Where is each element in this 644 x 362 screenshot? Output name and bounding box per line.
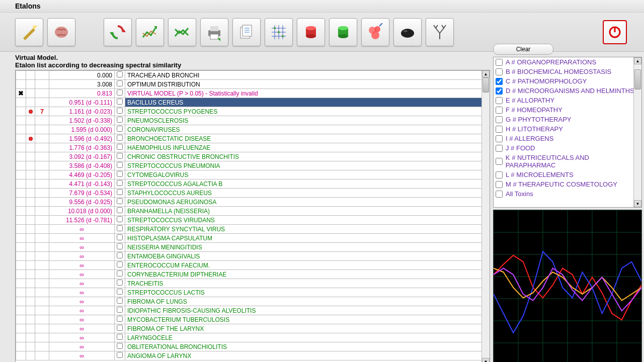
- category-checkbox[interactable]: [496, 78, 503, 85]
- table-row[interactable]: ✖0.813VIRTUAL MODEL (P > 0.05) - Statist…: [16, 89, 490, 98]
- row-checkbox[interactable]: [117, 307, 123, 313]
- category-item[interactable]: J # FOOD: [494, 143, 641, 153]
- category-checkbox[interactable]: [496, 158, 503, 165]
- category-item[interactable]: I # ALLERGENS: [494, 134, 641, 143]
- close-button[interactable]: [603, 20, 627, 44]
- table-row[interactable]: 1.596 (d -0.492)BRONCHOECTATIC DISEASE: [16, 134, 490, 143]
- red-cylinder-button[interactable]: [297, 18, 325, 46]
- row-checkbox[interactable]: [117, 89, 123, 96]
- row-checkbox[interactable]: [117, 234, 123, 240]
- row-checkbox[interactable]: [117, 135, 123, 141]
- table-row[interactable]: ∞TRACHEITIS: [16, 279, 490, 288]
- row-checkbox[interactable]: [117, 144, 123, 150]
- table-row[interactable]: 1.776 (d -0.363)HAEMOPHILUS INFLUENZAE: [16, 143, 490, 152]
- row-checkbox[interactable]: [117, 289, 123, 295]
- brain-button[interactable]: [47, 18, 75, 46]
- etalon-table[interactable]: 0.000TRACHEA AND BRONCHI3.008OPTIMUM DIS…: [16, 70, 490, 360]
- category-checkbox[interactable]: [496, 87, 503, 95]
- row-checkbox[interactable]: [117, 280, 123, 286]
- row-checkbox[interactable]: [117, 207, 123, 213]
- row-checkbox[interactable]: [117, 225, 123, 231]
- stone-button[interactable]: [393, 18, 422, 46]
- category-checkbox[interactable]: [496, 97, 503, 104]
- clear-button[interactable]: Clear: [493, 44, 553, 55]
- table-row[interactable]: 0.951 (d -0.111)BACILLUS CEREUS: [16, 98, 490, 107]
- category-item[interactable]: M # THERAPEUTIC COSMETOLOGY: [494, 179, 641, 189]
- cycle-button[interactable]: [104, 18, 132, 46]
- table-row[interactable]: ∞MYCOBACTERIUM TUBERCULOSIS: [16, 315, 490, 324]
- grid-button[interactable]: [265, 18, 293, 46]
- row-checkbox[interactable]: [117, 180, 123, 186]
- table-row[interactable]: ∞NEISSERIA MENINGITIDIS: [16, 243, 490, 252]
- row-checkbox[interactable]: [117, 153, 123, 159]
- category-item[interactable]: A # ORGANOPREPARATIONS: [494, 57, 641, 67]
- table-row[interactable]: ∞CORYNEBACTERIUM DIPTHERIAE: [16, 270, 490, 279]
- table-row[interactable]: 1.502 (d -0.338)PNEUMOSCLEROSIS: [16, 116, 490, 125]
- table-row[interactable]: ∞STREPTOCOCCUS LACTIS: [16, 288, 490, 297]
- table-row[interactable]: 1.595 (d 0.000)CORONAVIRUSES: [16, 125, 490, 134]
- scroll-down-arrow[interactable]: ▼: [482, 358, 490, 362]
- row-checkbox[interactable]: [117, 216, 123, 222]
- cat-scroll-thumb[interactable]: [634, 69, 641, 89]
- row-checkbox[interactable]: [117, 343, 123, 349]
- table-row[interactable]: ∞RESPIRATORY SYNCYTIAL VIRUS: [16, 225, 490, 234]
- category-item[interactable]: D # MICROORGANISMS AND HELMINTHS: [494, 86, 641, 96]
- scroll-up-arrow[interactable]: ▲: [482, 70, 490, 77]
- row-checkbox[interactable]: [117, 71, 123, 77]
- table-row[interactable]: 11.526 (d -0.781)STREPTOCOCCUS VIRUDANS: [16, 216, 490, 225]
- category-checkbox[interactable]: [496, 171, 503, 178]
- category-item[interactable]: G # PHYTOTHERAPY: [494, 115, 641, 124]
- table-row[interactable]: ∞FIBROMA OF LUNGS: [16, 297, 490, 306]
- row-checkbox[interactable]: [117, 261, 123, 267]
- row-checkbox[interactable]: [117, 243, 123, 249]
- category-item[interactable]: H # LITOTHERAPY: [494, 124, 641, 134]
- category-checkbox[interactable]: [496, 126, 503, 133]
- green-cylinder-button[interactable]: [329, 18, 357, 46]
- category-item[interactable]: C # PATHOMORPHOLOGY: [494, 76, 641, 86]
- category-item[interactable]: B # BIOCHEMICAL HOMEOSTASIS: [494, 67, 641, 76]
- table-row[interactable]: 0.000TRACHEA AND BRONCHI: [16, 71, 490, 80]
- category-item[interactable]: K # NUTRICEUTICALS AND PARAPHARMAC: [494, 153, 641, 170]
- table-row[interactable]: 9.556 (d -0.925)PSEUDOMONAS AERUGINOSA: [16, 198, 490, 207]
- category-scrollbar[interactable]: ▲ ▼: [633, 57, 641, 207]
- table-row[interactable]: ∞ENTAMOEBA GINGIVALIS: [16, 252, 490, 261]
- category-checkbox[interactable]: [496, 107, 503, 114]
- category-checkbox[interactable]: [496, 181, 503, 188]
- pages-button[interactable]: [232, 18, 261, 46]
- category-item[interactable]: E # ALLOPATHY: [494, 96, 641, 105]
- cat-scroll-down[interactable]: ▼: [634, 200, 641, 207]
- row-checkbox[interactable]: [117, 252, 123, 258]
- table-row[interactable]: ∞IDIOPATHIC FIBROSIS-CAUSING ALVEOLITIS: [16, 306, 490, 315]
- row-checkbox[interactable]: [117, 108, 123, 114]
- table-row[interactable]: 4.469 (d -0.205)CYTOMEGALOVIRUS: [16, 170, 490, 179]
- table-scrollbar[interactable]: ▲ ▼: [481, 70, 490, 362]
- table-row[interactable]: ∞HISTOPLASMA CAPSULATUM: [16, 234, 490, 243]
- table-row[interactable]: ∞OBLITERATIONAL BRONCHIOLITIS: [16, 342, 490, 351]
- row-checkbox[interactable]: [117, 352, 123, 358]
- table-row[interactable]: ∞ENTEROCOCCUM FAECIUM.: [16, 261, 490, 270]
- cat-scroll-up[interactable]: ▲: [634, 57, 641, 64]
- row-checkbox[interactable]: [117, 334, 123, 340]
- row-checkbox[interactable]: [117, 325, 123, 331]
- table-row[interactable]: 3.586 (d -0.408)STREPTOCOCCUS PNEUMONIA: [16, 161, 490, 170]
- printer-button[interactable]: [200, 18, 228, 46]
- cells-button[interactable]: [361, 18, 389, 46]
- row-checkbox[interactable]: [117, 117, 123, 123]
- row-checkbox[interactable]: [117, 270, 123, 277]
- table-row[interactable]: 7.679 (d -0.534)STAPHYLOCOCCUS AUREUS: [16, 189, 490, 198]
- category-checkbox[interactable]: [496, 135, 503, 142]
- category-checkbox[interactable]: [496, 116, 503, 123]
- row-checkbox[interactable]: [117, 171, 123, 177]
- table-row[interactable]: ∞ANGIOMA OF LARYNX: [16, 351, 490, 360]
- chart-dual-button[interactable]: [168, 18, 196, 46]
- row-checkbox[interactable]: [117, 198, 123, 204]
- category-checkbox[interactable]: [496, 191, 503, 198]
- table-row[interactable]: ∞LARYNGOCELE: [16, 333, 490, 342]
- table-row[interactable]: 10.018 (d 0.000)BRANHAMELLA (NEISSERIA): [16, 207, 490, 216]
- row-checkbox[interactable]: [117, 80, 123, 86]
- category-checkbox[interactable]: [496, 68, 503, 75]
- category-item[interactable]: L # MICROELEMENTS: [494, 170, 641, 179]
- category-checkbox[interactable]: [496, 59, 503, 66]
- branch-button[interactable]: [426, 18, 454, 46]
- category-checkbox[interactable]: [496, 145, 503, 152]
